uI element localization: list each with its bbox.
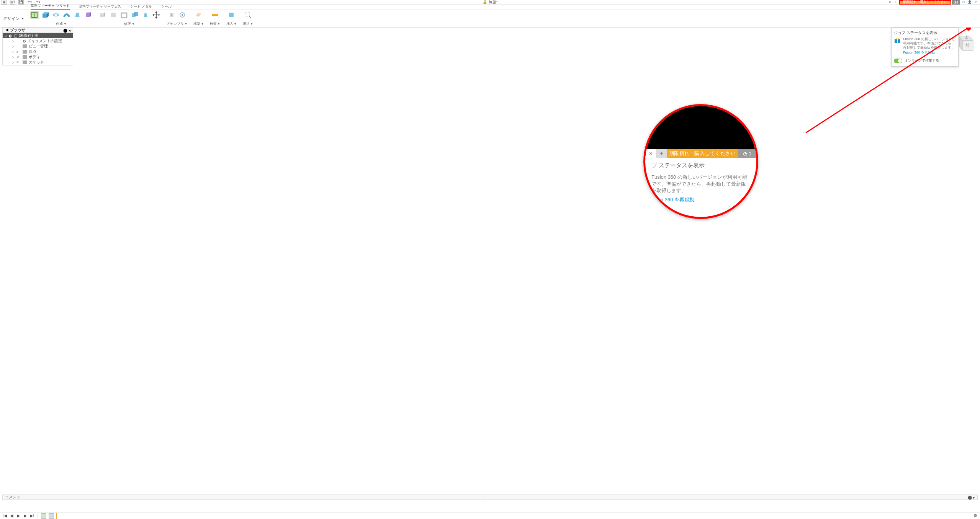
svg-line-41 [490, 28, 651, 512]
sweep-icon[interactable] [62, 11, 71, 19]
group-inspect: 検査▼ [207, 10, 223, 27]
workspace-switcher[interactable]: デザイン▼ [0, 10, 27, 27]
tab-surface[interactable]: 基準フィーチャ サーフェス [79, 4, 121, 10]
group-construct: 構築▼ [190, 10, 207, 27]
comments-bar[interactable]: コメント ⬤ ▸ [2, 495, 978, 500]
revolve-icon[interactable] [52, 11, 60, 19]
mag-body-text: Fusion 360 の新しいバージョンが利用可能です。準備ができたら、再起動し… [651, 169, 750, 194]
svg-marker-69 [421, 214, 433, 306]
tree-views[interactable]: ▷ビュー管理 [3, 44, 73, 49]
group-insert-label: 挿入 [226, 21, 233, 26]
svg-line-70 [421, 214, 433, 241]
svg-line-35 [260, 28, 398, 512]
svg-line-32 [65, 28, 352, 512]
svg-marker-20 [152, 14, 154, 16]
timeline-marker[interactable] [56, 513, 57, 519]
tab-solid[interactable]: 基準フィーチャ ソリッド [31, 3, 70, 10]
svg-point-79 [966, 28, 971, 31]
viewport[interactable] [0, 28, 980, 512]
tab-close-icon[interactable]: ✕ [887, 0, 892, 5]
svg-marker-26 [196, 13, 201, 16]
combine-icon[interactable] [131, 11, 139, 19]
tree-bodies[interactable]: ▷👁ボディ [3, 54, 73, 60]
license-expired-badge[interactable]: 期限切れ : 購入してください [899, 0, 951, 5]
job-count-badge[interactable]: ◔ 1 [952, 0, 960, 5]
measure-icon[interactable] [211, 11, 219, 19]
help-icon[interactable]: ? [973, 0, 978, 5]
timeline-play-icon[interactable]: ▶ [16, 513, 21, 518]
timeline-feature-sketch[interactable] [41, 513, 46, 519]
svg-rect-14 [121, 13, 127, 18]
move-icon[interactable] [152, 11, 160, 19]
insert-icon[interactable] [227, 11, 236, 19]
svg-point-25 [182, 14, 183, 16]
draft-icon[interactable] [141, 11, 150, 19]
group-modify-label: 修正 [124, 21, 131, 26]
timeline-end-icon[interactable]: ▶I [30, 513, 34, 518]
online-toggle[interactable] [894, 59, 902, 63]
presspull-icon[interactable] [98, 11, 107, 19]
tab-add-icon[interactable]: ＋ [893, 0, 898, 5]
app-menu-icon[interactable]: ▦ [2, 0, 7, 5]
joint-origin-icon[interactable] [178, 11, 187, 19]
timeline-start-icon[interactable]: I◀ [2, 513, 7, 518]
svg-rect-12 [100, 13, 104, 17]
mag-add-icon[interactable]: ＋ [656, 149, 667, 158]
tab-tools[interactable]: ツール [161, 4, 172, 10]
svg-rect-27 [212, 14, 218, 16]
workspace-label: デザイン [3, 16, 20, 21]
timeline-settings-icon[interactable]: ⚙ [973, 513, 978, 518]
job-status-title: ジョブ ステータスを表示 [894, 29, 956, 37]
box-icon[interactable] [84, 11, 92, 19]
svg-marker-18 [155, 11, 157, 13]
timeline-feature-extrude[interactable] [49, 513, 54, 519]
new-sketch-icon[interactable] [30, 11, 39, 19]
svg-marker-13 [104, 12, 105, 17]
loft-icon[interactable] [73, 11, 82, 19]
svg-point-7 [54, 14, 57, 16]
tree-root[interactable]: ◢◐▢ (未保存) ⚙ [3, 33, 73, 38]
mag-expired-badge[interactable]: 期限切れ : 購入してください [667, 149, 738, 158]
svg-line-40 [475, 28, 586, 512]
extensions-icon[interactable]: ▭ [961, 0, 966, 5]
tree-doc-settings[interactable]: ▷⚙ドキュメントの設定 [3, 38, 73, 44]
plane-icon[interactable] [194, 11, 203, 19]
pin-icon[interactable]: ⬤ ◂ [63, 28, 70, 33]
svg-line-34 [195, 28, 383, 512]
mag-close-icon[interactable]: ✕ [645, 149, 656, 158]
joint-icon[interactable] [167, 11, 176, 19]
file-menu-icon[interactable]: ▤▾ [10, 0, 15, 5]
svg-marker-68 [421, 214, 509, 241]
tree-origin[interactable]: ▷⌀原点 [3, 49, 73, 54]
browser-header[interactable]: ◀ ブラウザ ⬤ ◂ [2, 28, 73, 33]
group-create: 作成▼ [27, 10, 95, 27]
user-icon[interactable]: 👤 [967, 0, 972, 5]
svg-line-31 [0, 28, 337, 512]
shell-icon[interactable] [120, 11, 128, 19]
mag-title: ブ ステータスを表示 [651, 162, 750, 169]
mag-restart-link[interactable]: usion 360 を再起動 [651, 194, 750, 203]
magnifier: ✕ ＋ 期限切れ : 購入してください ◔ 1 ブ ステータスを表示 Fusio… [643, 104, 758, 219]
save-icon[interactable]: 💾 [18, 0, 24, 5]
svg-line-37 [391, 28, 429, 512]
timeline-back-icon[interactable]: ◀ [9, 513, 14, 518]
mag-count-badge[interactable]: ◔ 1 [738, 149, 756, 158]
tab-sheetmetal[interactable]: シート メタル [130, 4, 152, 10]
fillet-icon[interactable] [109, 11, 118, 19]
gift-icon [894, 37, 901, 44]
svg-marker-21 [159, 14, 160, 16]
ribbon-tabs: 基準フィーチャ ソリッド 基準フィーチャ サーフェス シート メタル ツール [0, 5, 980, 10]
tree-sketches[interactable]: ▷👁スケッチ [3, 60, 73, 65]
restart-link[interactable]: Fusion 360 を再起動 [903, 49, 956, 55]
svg-line-46 [567, 28, 980, 512]
extrude-icon[interactable] [41, 11, 49, 19]
svg-line-38 [444, 28, 456, 512]
group-inspect-label: 検査 [210, 21, 217, 26]
svg-line-45 [551, 28, 911, 512]
group-assemble: アセンブリ▼ [164, 10, 190, 27]
svg-marker-17 [144, 13, 147, 17]
svg-line-43 [521, 28, 781, 512]
select-icon[interactable] [244, 11, 252, 19]
timeline-fwd-icon[interactable]: ▶ [23, 513, 28, 518]
comments-expand-icon[interactable]: ⬤ ▸ [968, 495, 975, 499]
